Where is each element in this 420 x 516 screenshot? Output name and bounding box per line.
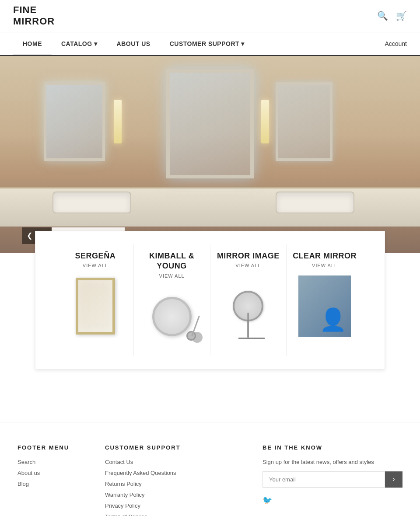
collection-image-sergena[interactable] [67,273,124,339]
hero-sink-left [52,192,131,213]
footer-support-col: CUSTOMER SUPPORT Contact Us Frequently A… [105,444,245,516]
account-link[interactable]: Account [385,40,407,47]
catalog-dropdown-icon: ▾ [94,40,98,47]
footer-support-heading: CUSTOMER SUPPORT [105,444,245,451]
header-icons: 🔍 🛒 [377,10,407,21]
hero-mirror-left [44,82,105,161]
hero-light-right [261,100,269,143]
hero-background [0,56,420,253]
collection-name-sergena: SERGEÑA [62,251,129,261]
header: FINE MIRROR 🔍 🛒 [0,0,420,32]
clear-mirror-person-icon [298,275,351,337]
extend-base [238,338,265,339]
hero-sink-right [276,192,354,213]
collection-name-clear-mirror: CLEAR MIRROR [291,251,358,261]
collection-item-mirror-image: MIRROR IMAGE VIEW ALL [210,244,287,356]
nav-item-catalog[interactable]: CATALOG ▾ [52,32,107,55]
nav-item-support[interactable]: CUSTOMER SUPPORT ▾ [160,32,254,55]
site-logo[interactable]: FINE MIRROR [13,4,55,28]
twitter-icon[interactable]: 🐦 [262,496,272,505]
footer-grid: FOOTER MENU Search About us Blog CUSTOME… [18,444,402,516]
collection-view-all-kimball[interactable]: VIEW ALL [138,273,206,279]
footer-newsletter-heading: BE IN THE KNOW [262,444,402,451]
collection-item-clear-mirror: CLEAR MIRROR VIEW ALL [287,244,363,356]
main-nav: HOME CATALOG ▾ ABOUT US CUSTOMER SUPPORT… [0,32,420,56]
nav-item-home[interactable]: HOME [13,32,52,55]
mirror-rect-icon [76,278,115,335]
cart-icon[interactable]: 🛒 [396,10,407,21]
newsletter-submit-button[interactable]: › [385,471,402,488]
collection-image-clear-mirror[interactable] [296,273,353,339]
extend-rod [248,313,249,339]
hero-light-left [114,100,122,143]
mirror-image-container [224,273,272,339]
footer-link-faq[interactable]: Frequently Asked Questions [105,470,245,476]
collection-name-mirror-image: MIRROR IMAGE [215,251,282,261]
footer-link-blog[interactable]: Blog [18,481,88,487]
collection-image-kimball[interactable] [144,284,200,349]
footer-menu-col: FOOTER MENU Search About us Blog [18,444,88,516]
kimball-mirror-container [148,288,196,345]
newsletter-description: Sign up for the latest news, offers and … [262,459,402,465]
hero-mirror-center [166,69,254,178]
footer-link-about[interactable]: About us [18,470,88,476]
footer-link-privacy[interactable]: Privacy Policy [105,502,245,509]
footer-link-search[interactable]: Search [18,459,88,465]
footer: FOOTER MENU Search About us Blog CUSTOME… [0,422,420,516]
collection-item-kimball: KIMBALL & YOUNG VIEW ALL [134,244,210,356]
collection-item-sergena: SERGEÑA VIEW ALL [57,244,134,356]
collection-image-mirror-image[interactable] [220,273,276,339]
footer-link-returns[interactable]: Returns Policy [105,481,245,487]
collection-view-all-sergena[interactable]: VIEW ALL [62,263,129,268]
social-icons: 🐦 [262,495,402,505]
footer-newsletter-col: BE IN THE KNOW Sign up for the latest ne… [262,444,402,516]
collection-view-all-mirror-image[interactable]: VIEW ALL [215,263,282,268]
footer-menu-heading: FOOTER MENU [18,444,88,451]
hero-section: ❮ ❯ Browse all products [0,56,420,253]
newsletter-form: › [262,471,402,488]
hero-mirror-right [276,82,332,161]
collections-grid: SERGEÑA VIEW ALL KIMBALL & YOUNG VIEW AL… [35,231,385,370]
nav-item-about[interactable]: ABOUT US [107,32,160,55]
search-icon[interactable]: 🔍 [377,10,388,21]
footer-link-contact[interactable]: Contact Us [105,459,245,465]
footer-link-warranty[interactable]: Warranty Policy [105,492,245,498]
footer-link-terms[interactable]: Terms of Service [105,513,245,516]
support-dropdown-icon: ▾ [241,40,245,47]
kimball-mirror-icon [152,297,192,336]
collection-view-all-clear-mirror[interactable]: VIEW ALL [291,263,358,268]
collection-name-kimball: KIMBALL & YOUNG [138,251,206,272]
newsletter-email-input[interactable] [262,471,385,488]
